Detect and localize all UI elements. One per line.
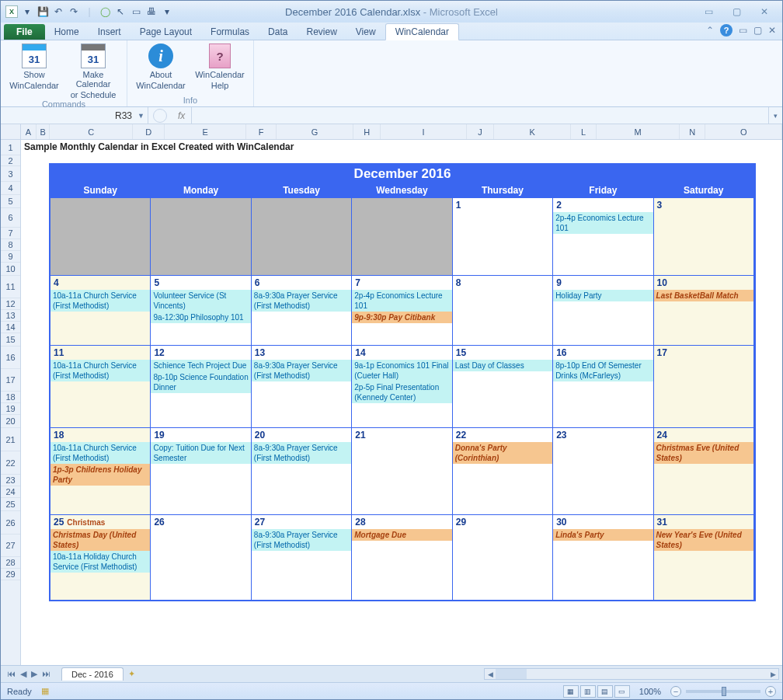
row-header-24[interactable]: 24 [1,486,20,498]
calendar-event[interactable]: New Year's Eve (United States) [654,529,753,551]
calendar-cell[interactable] [252,197,352,275]
row-header-28[interactable]: 28 [1,557,20,569]
scroll-left-icon[interactable]: ◀ [485,669,496,679]
newwin-icon[interactable]: ▭ [130,5,142,18]
row-header-25[interactable]: 25 [1,498,20,511]
calendar-event[interactable]: Volunteer Service (St Vincents) [151,290,250,312]
col-header-E[interactable]: E [165,124,246,139]
row-header-14[interactable]: 14 [1,322,20,333]
formula-expand-icon[interactable]: ▾ [768,107,782,124]
new-sheet-icon[interactable]: ✦ [128,669,135,679]
calendar-cell[interactable]: 22p-4p Economics Lecture 101 [553,197,653,275]
calendar-event[interactable]: 2p-4p Economics Lecture 101 [352,290,451,312]
calendar-cell[interactable]: 25Christmas Christmas Day (United States… [50,514,151,600]
select-all-corner[interactable] [1,124,20,140]
calendar-cell[interactable]: 1110a-11a Church Service (First Methodis… [50,345,151,427]
calendar-cell[interactable]: 168p-10p End Of Semester Drinks (McFarle… [553,345,653,427]
col-header-C[interactable]: C [50,124,132,139]
col-header-L[interactable]: L [571,124,597,139]
macro-record-icon[interactable]: ▦ [41,686,49,696]
undo-icon[interactable]: ↶ [52,5,64,18]
calendar-event[interactable]: 9a-12:30p Philosophy 101 [151,312,250,323]
calendar-cell[interactable] [352,197,452,275]
calendar-event[interactable]: 9a-1p Economics 101 Final (Cueter Hall) [352,360,451,381]
ribbon-collapse-icon[interactable]: ⌃ [706,25,714,36]
row-header-9[interactable]: 9 [1,251,20,263]
next-sheet-icon[interactable]: ▶ [30,669,39,679]
row-header-19[interactable]: 19 [1,403,20,415]
ribbon-min-icon[interactable]: ▭ [739,25,747,36]
row-header-29[interactable]: 29 [1,569,20,580]
calendar-event[interactable]: Copy: Tuition Due for Next Semester [151,442,250,464]
col-header-D[interactable]: D [133,124,165,139]
row-header-13[interactable]: 13 [1,310,20,322]
calendar-cell[interactable]: 29 [453,514,553,600]
ribbon-window-icon[interactable]: ▢ [753,25,762,36]
calendar-cell[interactable]: 21 [352,427,452,514]
row-header-10[interactable]: 10 [1,263,20,276]
calendar-event[interactable]: Linda's Party [553,529,652,541]
calendar-event[interactable]: Christmas Eve (United States) [654,442,753,464]
calendar-cell[interactable]: 31 New Year's Eve (United States) [654,514,754,600]
name-box[interactable]: R33▼ [1,107,148,124]
tab-insert[interactable]: Insert [89,24,130,40]
zoom-in-button[interactable]: + [765,686,776,697]
redo-icon[interactable]: ↷ [68,5,80,18]
qat-more-icon[interactable]: ▾ [161,5,173,18]
calendar-cell[interactable]: 22 Donna's Party (Corinthian) [453,427,553,514]
calendar-event[interactable]: 8a-9:30a Prayer Service (First Methodist… [252,442,351,464]
calendar-cell[interactable]: 72p-4p Economics Lecture 1019p-9:30p Pay… [352,275,452,345]
calendar-event[interactable]: 10a-11a Holiday Church Service (First Me… [50,551,150,573]
calendar-cell[interactable]: 1 [453,197,553,275]
calendar-cell[interactable]: 1810a-11a Church Service (First Methodis… [50,427,151,514]
scroll-thumb[interactable] [496,669,527,679]
calendar-event[interactable]: 8a-9:30a Prayer Service (First Methodist… [252,360,351,381]
cancel-formula-icon[interactable] [153,109,167,123]
col-header-K[interactable]: K [494,124,571,139]
tab-view[interactable]: View [346,24,385,40]
first-sheet-icon[interactable]: ⏮ [5,669,17,679]
row-header-7[interactable]: 7 [1,228,20,239]
pagelayout-view-button[interactable]: ▥ [580,685,596,698]
row-header-1[interactable]: 1 [1,140,20,155]
calendar-event[interactable]: 10a-11a Church Service (First Methodist) [50,290,150,312]
last-sheet-icon[interactable]: ⏭ [40,669,52,679]
calendar-event[interactable]: 10a-11a Church Service (First Methodist) [50,360,150,381]
row-header-11[interactable]: 11 [1,276,20,298]
tab-review[interactable]: Review [297,24,346,40]
calendar-cell[interactable]: 9Holiday Party [553,275,653,345]
normal-view-button[interactable]: ▦ [563,685,579,698]
calendar-event[interactable]: 8a-9:30a Prayer Service (First Methodist… [252,290,351,312]
calendar-cell[interactable]: 24 Christmas Eve (United States) [654,427,754,514]
row-header-26[interactable]: 26 [1,511,20,535]
col-header-A[interactable]: A [21,124,37,139]
row-header-18[interactable]: 18 [1,392,20,403]
col-header-J[interactable]: J [467,124,495,139]
col-header-B[interactable]: B [37,124,50,139]
row-header-12[interactable]: 12 [1,298,20,310]
horizontal-scrollbar[interactable]: ◀ ▶ [484,668,779,680]
calendar-cell[interactable]: 410a-11a Church Service (First Methodist… [50,275,151,345]
row-header-5[interactable]: 5 [1,195,20,208]
row-header-17[interactable]: 17 [1,369,20,392]
zoom-slider[interactable] [686,690,760,693]
calendar-event[interactable]: 9p-9:30p Pay Citibank [352,312,451,323]
tab-file[interactable]: File [4,24,45,40]
row-header-16[interactable]: 16 [1,347,20,369]
make-calendar-button[interactable]: 31 Make Calendar or Schedule [68,44,119,99]
calendar-event[interactable]: Christmas Day (United States) [50,529,150,551]
calendar-cell[interactable]: 5Volunteer Service (St Vincents)9a-12:30… [151,275,251,345]
calendar-cell[interactable]: 12 Schience Tech Project Due8p-10p Scien… [151,345,251,427]
tab-wincalendar[interactable]: WinCalendar [385,23,459,40]
row-header-4[interactable]: 4 [1,182,20,195]
tab-home[interactable]: Home [45,24,89,40]
calendar-event[interactable]: Mortgage Due [352,529,451,541]
tab-data[interactable]: Data [259,24,297,40]
calendar-event[interactable]: Schience Tech Project Due [151,360,250,371]
calendar-cell[interactable]: 28 Mortgage Due [352,514,452,600]
col-header-I[interactable]: I [381,124,466,139]
calendar-event[interactable]: 10a-11a Church Service (First Methodist) [50,442,150,464]
down-icon[interactable]: ▾ [21,5,33,18]
calendar-cell[interactable]: 278a-9:30a Prayer Service (First Methodi… [252,514,352,600]
sheet-tab[interactable]: Dec - 2016 [61,667,124,681]
